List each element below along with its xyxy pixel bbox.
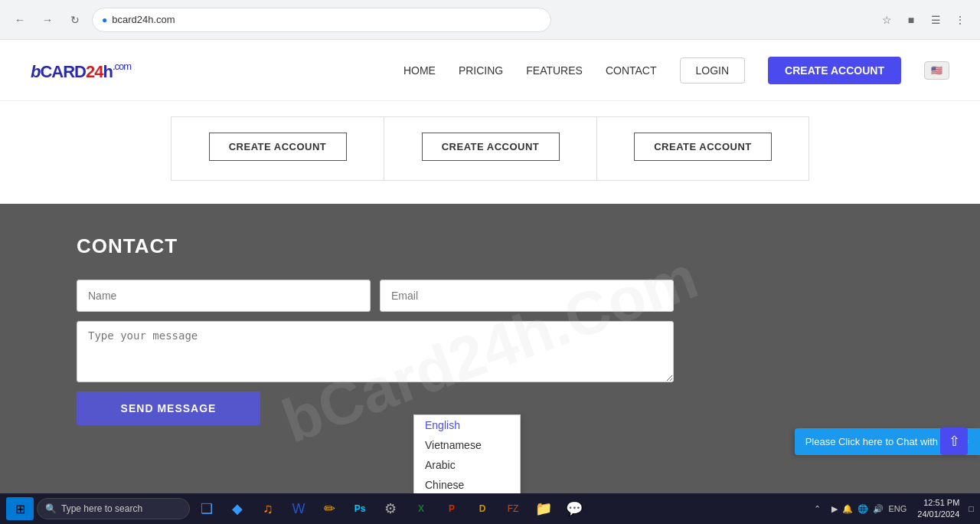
reload-button[interactable]: ↻: [64, 9, 86, 31]
taskbar: ⊞ 🔍 Type here to search ❑ ◆ ♫ W ✏ Ps ⚙ X…: [0, 493, 980, 524]
search-placeholder: Type here to search: [61, 503, 142, 514]
tray-lang: ENG: [888, 504, 906, 513]
taskbar-app-folder[interactable]: 📁: [530, 497, 557, 520]
taskbar-app-db[interactable]: D: [469, 497, 496, 520]
taskbar-search[interactable]: 🔍 Type here to search: [37, 498, 190, 519]
browser-controls: ← → ↻: [9, 9, 86, 31]
navbar: bCARD24h.com HOME PRICING FEATURES CONTA…: [0, 40, 980, 101]
tray-chevron[interactable]: ⌃: [814, 504, 821, 514]
extensions-button[interactable]: ■: [900, 9, 922, 31]
logo[interactable]: bCARD24h.com: [31, 58, 131, 83]
pricing-card-1: CREATE ACCOUNT: [171, 116, 384, 181]
lang-option-arabic[interactable]: Arabic: [414, 455, 520, 475]
tray-icon-speaker: 🔊: [873, 504, 884, 514]
contact-form: SEND MESSAGE: [77, 280, 674, 425]
bookmark-button[interactable]: ☆: [876, 9, 897, 31]
pricing-card-3: CREATE ACCOUNT: [596, 116, 809, 181]
taskbar-app-word[interactable]: W: [285, 497, 312, 520]
lang-option-vietnamese[interactable]: Vietnamese: [414, 435, 520, 455]
nav-pricing[interactable]: PRICING: [459, 64, 503, 77]
taskbar-app-filezilla[interactable]: FZ: [499, 497, 527, 520]
pricing-card-2: CREATE ACCOUNT: [384, 116, 596, 181]
browser-right-controls: ☆ ■ ☰ ⋮: [876, 9, 971, 31]
nav-contact[interactable]: CONTACT: [606, 64, 657, 77]
pricing-card-wrapper: CREATE ACCOUNT CREATE ACCOUNT CREATE ACC…: [145, 116, 835, 181]
address-bar[interactable]: ● bcard24h.com: [92, 8, 551, 32]
taskbar-app-gear[interactable]: ⚙: [377, 497, 404, 520]
tray-notification[interactable]: □: [969, 504, 974, 513]
browser-chrome: ← → ↻ ● bcard24h.com ☆ ■ ☰ ⋮: [0, 0, 980, 40]
taskbar-app-excel[interactable]: X: [407, 497, 435, 520]
login-button[interactable]: LOGIN: [680, 57, 746, 84]
taskbar-app-edge[interactable]: ◆: [224, 497, 251, 520]
lang-option-chinese[interactable]: Chinese: [414, 475, 520, 495]
language-flag-button[interactable]: 🇺🇸: [924, 61, 949, 80]
chat-text: Please Click here to Chat with us!: [805, 436, 954, 447]
taskbar-app-photoshop[interactable]: Ps: [346, 497, 374, 520]
forward-button[interactable]: →: [37, 9, 58, 31]
create-account-header-button[interactable]: CREATE ACCOUNT: [768, 57, 901, 84]
tray-icons: ▶ 🔔 🌐 🔊 ENG: [827, 504, 911, 514]
menu-button[interactable]: ⋮: [949, 9, 971, 31]
contact-message-textarea[interactable]: [77, 321, 674, 382]
logo-b: b: [31, 62, 40, 81]
search-icon: 🔍: [45, 503, 57, 514]
tray-icon-1: ▶: [831, 504, 838, 514]
taskbar-tray: ⌃ ▶ 🔔 🌐 🔊 ENG 12:51 PM 24/01/2024 □: [814, 497, 974, 521]
contact-email-input[interactable]: [380, 280, 674, 312]
secure-icon: ●: [102, 15, 107, 25]
contact-name-input[interactable]: [77, 280, 371, 312]
scroll-to-top-button[interactable]: ⇧: [940, 427, 968, 455]
contact-title: CONTACT: [77, 234, 903, 258]
profile-button[interactable]: ☰: [925, 9, 946, 31]
logo-com: .com: [113, 60, 131, 71]
create-account-card2-button[interactable]: CREATE ACCOUNT: [422, 133, 560, 161]
taskbar-app-ppt[interactable]: P: [438, 497, 466, 520]
send-message-button[interactable]: SEND MESSAGE: [77, 391, 260, 425]
taskbar-app-view[interactable]: ❑: [193, 497, 220, 520]
nav-home[interactable]: HOME: [403, 64, 436, 77]
taskbar-app-music[interactable]: ♫: [254, 497, 282, 520]
pricing-section: CREATE ACCOUNT CREATE ACCOUNT CREATE ACC…: [0, 101, 980, 204]
create-account-card1-button[interactable]: CREATE ACCOUNT: [209, 133, 347, 161]
back-button[interactable]: ←: [9, 9, 31, 31]
lang-option-english[interactable]: English: [414, 415, 520, 435]
create-account-card3-button[interactable]: CREATE ACCOUNT: [634, 133, 772, 161]
start-button[interactable]: ⊞: [6, 497, 34, 520]
tray-icon-network: 🌐: [858, 504, 868, 514]
taskbar-clock: 12:51 PM 24/01/2024: [917, 497, 962, 521]
logo-card: CARD24h: [40, 62, 113, 81]
contact-name-email-row: [77, 280, 674, 312]
url-text: bcard24h.com: [112, 14, 175, 25]
tray-icon-2: 🔔: [842, 504, 853, 514]
nav-features[interactable]: FEATURES: [526, 64, 583, 77]
nav-links: HOME PRICING FEATURES CONTACT LOGIN CREA…: [403, 57, 949, 84]
taskbar-app-chat[interactable]: 💬: [560, 497, 588, 520]
taskbar-app-note[interactable]: ✏: [315, 497, 343, 520]
